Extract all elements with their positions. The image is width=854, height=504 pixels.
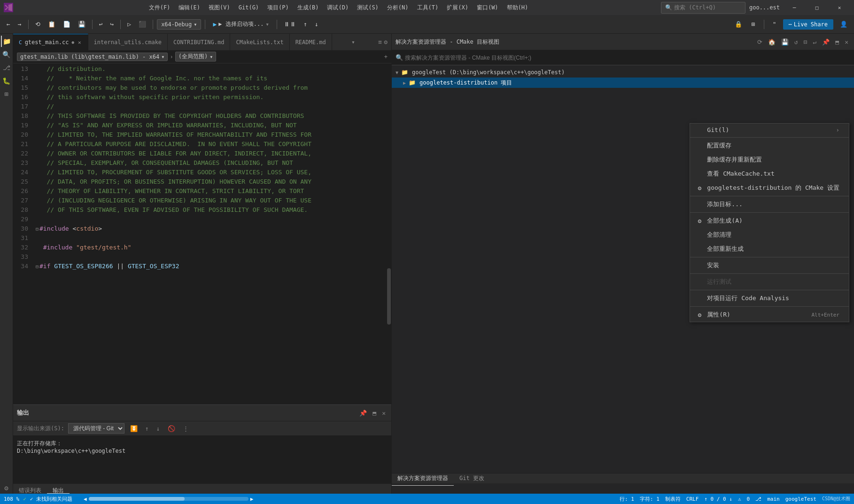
menu-rebuild-all[interactable]: 全部重新生成 <box>690 242 849 256</box>
rp-btn-pin[interactable]: 📌 <box>820 38 831 47</box>
activity-icon-debug[interactable]: 🐛 <box>1 75 12 86</box>
minimize-button[interactable]: ─ <box>784 0 805 15</box>
menu-project[interactable]: 项目(P) <box>264 2 293 14</box>
toolbar-nav-3[interactable]: ↓ <box>312 19 321 29</box>
live-share-button[interactable]: ⋯ Live Share <box>783 19 833 30</box>
right-search-input[interactable] <box>405 54 850 61</box>
tab-close-gtest-main[interactable]: ✕ <box>77 39 82 47</box>
panel-btn-3[interactable]: ↓ <box>155 424 162 433</box>
menu-build-all[interactable]: ⚙ 全部生成(A) <box>690 214 849 228</box>
status-line[interactable]: 行: 1 <box>620 496 634 503</box>
config-dropdown[interactable]: x64-Debug ▾ <box>157 19 201 30</box>
menu-window[interactable]: 窗口(W) <box>473 2 502 14</box>
rp-btn-save[interactable]: 💾 <box>779 38 791 47</box>
rp-btn-refresh[interactable]: ↺ <box>792 38 800 47</box>
fold-icon-30[interactable]: ⊟ <box>36 226 39 232</box>
forward-button[interactable]: → <box>15 19 24 29</box>
activity-icon-git[interactable]: ⎇ <box>1 62 12 73</box>
menu-edit[interactable]: 编辑(E) <box>175 2 204 14</box>
rp-btn-stop[interactable]: ⊟ <box>802 38 809 47</box>
menu-analyze[interactable]: 分析(N) <box>383 2 412 14</box>
activity-icon-search[interactable]: 🔍 <box>1 49 12 60</box>
menu-file[interactable]: 文件(F) <box>145 2 174 14</box>
menu-config-cache[interactable]: 配置缓存 <box>690 139 849 153</box>
tabs-overflow-btn[interactable]: ▾ <box>348 39 359 46</box>
activity-icon-extensions[interactable]: ⊞ <box>1 88 12 100</box>
right-tab-solution-explorer[interactable]: 解决方案资源管理器 <box>392 472 454 486</box>
panel-dock-btn[interactable]: ⬒ <box>371 409 378 418</box>
menu-add-target[interactable]: 添加目标... <box>690 197 849 211</box>
panel-btn-1[interactable]: ⏬ <box>128 424 140 433</box>
menu-code-analysis[interactable]: 对项目运行 Code Analysis <box>690 291 849 305</box>
tab-internal-utils[interactable]: internal_utils.cmake <box>88 34 168 50</box>
toolbar-btn-2[interactable]: 📋 <box>45 19 58 29</box>
menu-cmake-settings[interactable]: ⚙ googletest-distribution 的 CMake 设置 <box>690 181 849 195</box>
toolbar-right-3[interactable]: " <box>770 19 779 29</box>
panel-pin-btn[interactable]: 📌 <box>357 409 369 418</box>
close-button[interactable]: ✕ <box>829 0 850 15</box>
tab-contributing[interactable]: CONTRIBUTING.md <box>168 34 230 50</box>
status-scroll-right[interactable]: ▶ <box>250 496 254 502</box>
menu-clean-all[interactable]: 全部清理 <box>690 228 849 242</box>
rp-btn-sync[interactable]: ⟳ <box>755 38 764 47</box>
toolbar-btn-3[interactable]: 📄 <box>60 19 73 29</box>
tab-readme[interactable]: README.md <box>290 34 332 50</box>
panel-close-btn[interactable]: ✕ <box>380 409 388 418</box>
code-content[interactable]: // distribution. // * Neither the name o… <box>32 63 387 404</box>
tab-action-split[interactable]: ≡ <box>378 39 382 46</box>
source-select[interactable]: 源代码管理 - Git <box>68 423 124 434</box>
menu-help[interactable]: 帮助(H) <box>503 2 532 14</box>
breadcrumb-lib[interactable]: gtest_main.lib (lib\gtest_main.lib) - x6… <box>17 53 168 61</box>
back-button[interactable]: ← <box>4 19 13 29</box>
status-char[interactable]: 字符: 1 <box>640 496 660 503</box>
panel-btn-2[interactable]: ↑ <box>143 424 151 433</box>
status-eol[interactable]: CRLF <box>686 496 699 502</box>
menu-items[interactable]: 文件(F) 编辑(E) 视图(V) Git(G) 项目(P) 生成(B) 调试(… <box>145 2 532 14</box>
menu-debug[interactable]: 调试(D) <box>323 2 352 14</box>
toolbar-right-1[interactable]: 🔒 <box>732 19 745 29</box>
menu-tools[interactable]: 工具(T) <box>413 2 443 14</box>
toolbar-btn-5[interactable]: ▷ <box>124 19 134 29</box>
menu-view-cache[interactable]: 查看 CMakeCache.txt <box>690 167 849 181</box>
fold-icon-34[interactable]: ⊟ <box>36 264 39 269</box>
menu-install[interactable]: 安装 <box>690 258 849 272</box>
tree-item-googletest-dist[interactable]: ▶ 📁 googletest-distribution 项目 <box>392 78 854 88</box>
breadcrumb-scope[interactable]: (全局范围) ▾ <box>175 52 217 62</box>
menu-properties[interactable]: ⚙ 属性(R) Alt+Enter <box>690 308 849 322</box>
rp-btn-home[interactable]: 🏠 <box>766 38 777 47</box>
menu-test[interactable]: 测试(S) <box>353 2 382 14</box>
panel-tab-output[interactable]: 输出 <box>47 484 70 494</box>
toolbar-nav-2[interactable]: ↑ <box>301 19 310 29</box>
status-branch[interactable]: main <box>767 496 780 502</box>
panel-btn-5[interactable]: ⋮ <box>181 424 191 433</box>
status-encoding[interactable]: 制表符 <box>665 496 681 503</box>
panel-btn-4[interactable]: 🚫 <box>166 424 177 433</box>
toolbar-right-2[interactable]: ⊞ <box>749 19 758 29</box>
rp-btn-close[interactable]: ✕ <box>843 38 850 47</box>
toolbar-btn-1[interactable]: ⟲ <box>32 19 43 29</box>
toolbar-btn-redo[interactable]: ↪ <box>107 19 116 29</box>
status-issues[interactable]: ✓ 未找到相关问题 <box>30 496 72 503</box>
menu-git[interactable]: Git(G) <box>235 2 263 13</box>
tab-cmakelists[interactable]: CMakeLists.txt <box>230 34 289 50</box>
toolbar-btn-4[interactable]: 💾 <box>75 19 88 29</box>
menu-git-item[interactable]: Git(l) › <box>690 124 849 136</box>
menu-view[interactable]: 视图(V) <box>205 2 234 14</box>
activity-icon-explorer[interactable]: 📁 <box>1 36 12 47</box>
rp-btn-maximize[interactable]: ⬒ <box>833 38 841 47</box>
tab-gtest-main[interactable]: C gtest_main.cc ● ✕ <box>13 34 88 50</box>
tab-action-settings[interactable]: ⚙ <box>384 39 388 46</box>
right-tab-git-changes[interactable]: Git 更改 <box>454 472 490 485</box>
status-scroll-left[interactable]: ◀ <box>84 496 87 502</box>
editor-scrollbar-thumb[interactable] <box>387 268 391 325</box>
panel-tab-errors[interactable]: 错误列表 <box>13 484 47 494</box>
global-search-box[interactable]: 🔍 搜索 (Ctrl+Q) <box>661 2 745 14</box>
editor-scrollbar[interactable] <box>387 63 391 404</box>
menu-delete-cache[interactable]: 删除缓存并重新配置 <box>690 153 849 167</box>
menu-build[interactable]: 生成(B) <box>294 2 323 14</box>
toolbar-right-4[interactable]: 👤 <box>837 19 850 29</box>
maximize-button[interactable]: □ <box>806 0 828 15</box>
toolbar-btn-undo[interactable]: ↩ <box>96 19 106 29</box>
rp-btn-more[interactable]: ↵ <box>811 38 819 47</box>
status-zoom[interactable]: 108 % <box>4 496 19 502</box>
